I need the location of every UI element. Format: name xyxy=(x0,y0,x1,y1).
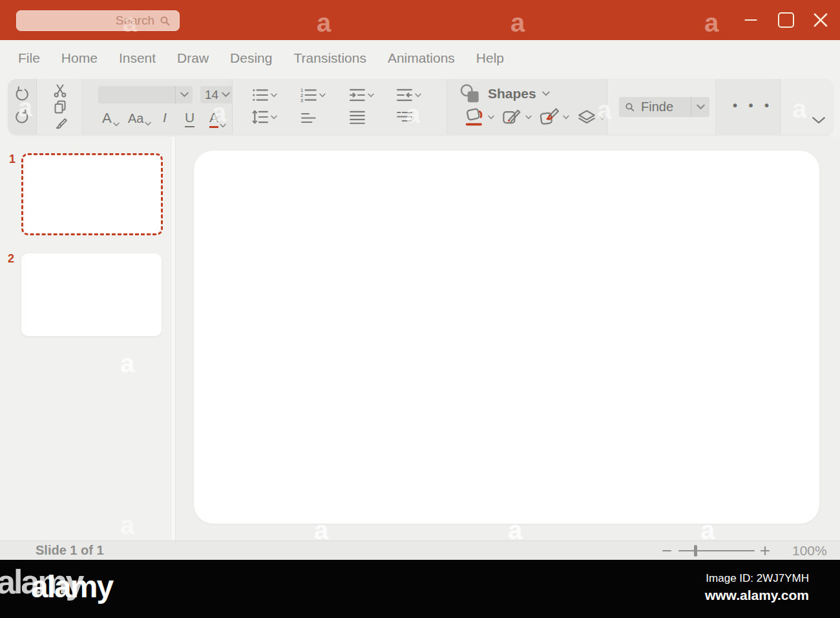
ribbon-group-shapes: Shapes xyxy=(447,79,607,134)
search-placeholder: Search xyxy=(116,14,154,28)
minimize-button[interactable] xyxy=(738,0,764,40)
chevron-down-icon xyxy=(542,91,550,96)
alamy-url-text: www.alamy.com xyxy=(705,586,809,604)
menu-item-file[interactable]: File xyxy=(18,50,40,66)
grow-font-button[interactable]: A xyxy=(102,110,120,127)
zoom-level-value[interactable]: 100% xyxy=(792,543,827,559)
menu-item-insert[interactable]: Insent xyxy=(119,50,156,66)
bullet-list-icon xyxy=(252,87,269,103)
menu-bar: File Home Insent Draw Desing Transistion… xyxy=(0,40,840,76)
menu-item-home[interactable]: Home xyxy=(61,50,98,66)
grow-font-label: A xyxy=(102,110,112,127)
chevron-down-icon xyxy=(415,93,421,98)
copy-button[interactable] xyxy=(52,100,68,115)
chevron-down-icon xyxy=(488,115,494,120)
svg-text:3: 3 xyxy=(300,98,303,103)
ribbon-group-clipboard xyxy=(37,79,83,134)
shape-outline-icon xyxy=(501,107,523,127)
more-icon: • • • xyxy=(733,98,773,113)
cut-icon xyxy=(52,83,68,98)
menu-item-design[interactable]: Desing xyxy=(230,50,272,66)
presentation-app-window: Search a a a a File Home Insent Draw Des… xyxy=(0,0,840,618)
ribbon-group-collapse xyxy=(781,79,834,134)
redo-button[interactable] xyxy=(14,109,30,125)
line-spacing-icon xyxy=(252,109,269,125)
minimize-icon xyxy=(743,12,759,28)
maximize-button[interactable] xyxy=(773,0,799,40)
chevron-down-icon xyxy=(697,104,705,110)
numbered-list-button[interactable]: 123 xyxy=(300,87,326,103)
ribbon-group-more: • • • xyxy=(716,79,781,134)
format-painter-button[interactable] xyxy=(52,117,68,133)
collapse-ribbon-button[interactable] xyxy=(812,116,826,124)
alamy-watermark-letter: a xyxy=(704,10,719,36)
shape-fill-button[interactable] xyxy=(464,107,494,127)
zoom-out-button[interactable] xyxy=(662,546,672,559)
undo-button[interactable] xyxy=(14,86,30,103)
numbered-list-icon: 123 xyxy=(300,87,317,103)
shapes-icon xyxy=(459,83,482,104)
underline-button[interactable]: U xyxy=(185,110,194,127)
menu-item-draw[interactable]: Draw xyxy=(177,50,209,66)
font-name-dropdown-arrow[interactable] xyxy=(176,92,193,98)
panel-divider[interactable] xyxy=(172,137,176,540)
bullet-list-button[interactable] xyxy=(252,87,277,103)
change-case-button[interactable]: Aa xyxy=(128,111,151,126)
indent-decrease-button[interactable] xyxy=(396,87,421,103)
close-button[interactable] xyxy=(808,0,834,40)
align-right-button[interactable] xyxy=(396,109,413,125)
zoom-slider-thumb[interactable] xyxy=(694,545,697,557)
indent-increase-button[interactable] xyxy=(349,87,374,103)
shape-effects-icon xyxy=(539,107,561,127)
alamy-watermark-letter: a xyxy=(120,512,134,538)
align-left-button[interactable] xyxy=(300,111,317,126)
zoom-slider-track[interactable] xyxy=(678,550,755,551)
chevron-down-icon xyxy=(271,93,277,98)
find-box[interactable]: Finde xyxy=(619,97,709,117)
line-spacing-button[interactable] xyxy=(252,109,277,125)
status-bar: Slide 1 of 1 100% xyxy=(0,540,840,560)
redo-icon xyxy=(14,109,30,125)
merge-shapes-icon xyxy=(576,109,597,127)
image-id-text: Image ID: 2WJ7YMH xyxy=(705,571,809,586)
find-dropdown-arrow[interactable] xyxy=(691,104,709,110)
shape-effects-button[interactable] xyxy=(539,107,569,127)
workspace: 1 2 a a alamy a a a xyxy=(0,137,840,540)
close-icon xyxy=(812,11,830,29)
chevron-down-icon xyxy=(368,93,374,98)
ribbon-toolbar: 14 A Aa I U xyxy=(8,79,834,134)
ribbon-group-find: Finde xyxy=(607,79,716,134)
slide-editing-canvas[interactable] xyxy=(194,151,819,524)
cut-button[interactable] xyxy=(52,83,68,98)
more-options-button[interactable]: • • • xyxy=(733,98,773,113)
zoom-in-button[interactable] xyxy=(760,546,770,559)
menu-item-help[interactable]: Help xyxy=(476,50,504,66)
align-right-icon xyxy=(396,109,413,125)
find-icon xyxy=(625,102,635,112)
slide-1-thumbnail[interactable] xyxy=(21,153,163,235)
menu-item-animations[interactable]: Animations xyxy=(388,50,455,66)
search-input[interactable]: Search xyxy=(16,10,180,31)
font-size-select[interactable]: 14 xyxy=(200,86,233,103)
collapse-ribbon-icon xyxy=(812,116,826,124)
shapes-button[interactable]: Shapes xyxy=(459,83,550,104)
find-label: Finde xyxy=(635,100,691,114)
title-bar: Search a a a a xyxy=(0,0,840,40)
shape-outline-button[interactable] xyxy=(501,107,532,127)
shapes-label: Shapes xyxy=(488,86,536,101)
merge-shapes-button[interactable] xyxy=(576,109,605,127)
zoom-in-icon xyxy=(760,546,770,556)
zoom-out-icon xyxy=(662,546,672,556)
font-name-select[interactable] xyxy=(98,86,193,103)
font-size-dropdown-arrow[interactable] xyxy=(218,92,233,98)
italic-button[interactable]: I xyxy=(163,110,167,125)
chevron-down-icon xyxy=(271,115,277,120)
alamy-watermark-letter: a xyxy=(317,10,331,36)
change-case-label: Aa xyxy=(128,111,143,126)
slide-2-thumbnail[interactable] xyxy=(21,253,162,336)
font-color-button[interactable]: A xyxy=(209,110,226,128)
justify-button[interactable] xyxy=(349,109,366,125)
indent-increase-icon xyxy=(349,87,366,103)
chevron-down-icon xyxy=(319,93,326,98)
menu-item-transitions[interactable]: Transistions xyxy=(293,50,366,66)
